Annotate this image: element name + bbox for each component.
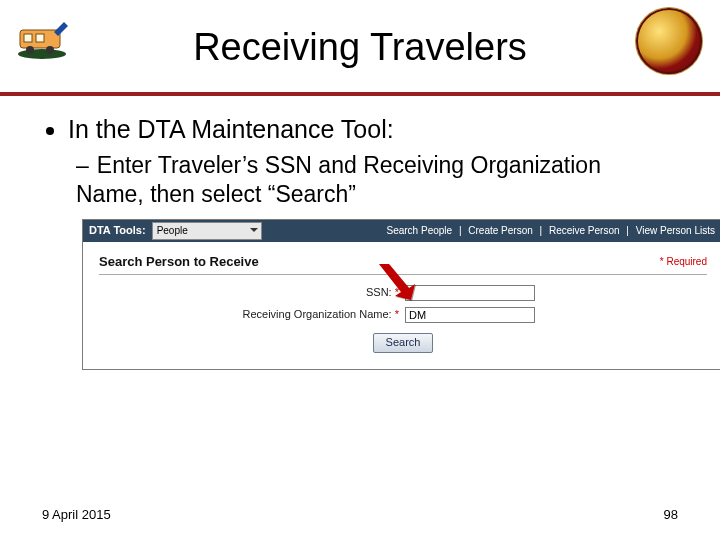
usmc-seal-icon (636, 8, 702, 74)
org-label: Receiving Organization Name: * (99, 308, 405, 322)
dta-tools-select-value: People (157, 225, 188, 238)
svg-point-0 (18, 49, 66, 59)
toolbar-label: DTA Tools: (89, 224, 146, 238)
section-header: Search Person to Receive * Required (99, 254, 707, 275)
slide-body: In the DTA Maintenance Tool: Enter Trave… (0, 96, 720, 370)
dta-tools-select[interactable]: People (152, 222, 262, 240)
field-row-ssn: SSN: * (99, 285, 707, 301)
travel-logo-icon (14, 14, 70, 60)
field-row-org: Receiving Organization Name: * (99, 307, 707, 323)
svg-rect-2 (24, 34, 32, 42)
svg-rect-3 (36, 34, 44, 42)
slide-title: Receiving Travelers (0, 0, 720, 69)
footer-date: 9 April 2015 (42, 507, 111, 522)
section-title: Search Person to Receive (99, 254, 259, 270)
svg-point-5 (46, 46, 54, 54)
ssn-input[interactable] (405, 285, 535, 301)
slide: Receiving Travelers In the DTA Maintenan… (0, 0, 720, 540)
bullet-level-2: Enter Traveler’s SSN and Receiving Organ… (46, 151, 674, 209)
svg-point-4 (26, 46, 34, 54)
bullet-item: In the DTA Maintenance Tool: (68, 114, 674, 145)
search-button[interactable]: Search (373, 333, 434, 353)
footer-page-number: 98 (664, 507, 678, 522)
link-create-person[interactable]: Create Person (466, 225, 534, 236)
slide-header: Receiving Travelers (0, 0, 720, 96)
toolbar-links: Search People | Create Person | Receive … (385, 225, 718, 238)
button-row: Search (99, 333, 707, 353)
dta-toolbar: DTA Tools: People Search People | Create… (83, 220, 720, 242)
org-input[interactable] (405, 307, 535, 323)
dta-form-body: Search Person to Receive * Required SSN:… (83, 242, 720, 369)
link-view-person-lists[interactable]: View Person Lists (634, 225, 717, 236)
bullet-level-1: In the DTA Maintenance Tool: (46, 114, 674, 145)
bullet-item: Enter Traveler’s SSN and Receiving Organ… (76, 151, 674, 209)
dta-screenshot: DTA Tools: People Search People | Create… (82, 219, 720, 370)
required-hint: * Required (660, 256, 707, 269)
link-search-people[interactable]: Search People (385, 225, 455, 236)
ssn-label: SSN: * (99, 286, 405, 300)
link-receive-person[interactable]: Receive Person (547, 225, 622, 236)
